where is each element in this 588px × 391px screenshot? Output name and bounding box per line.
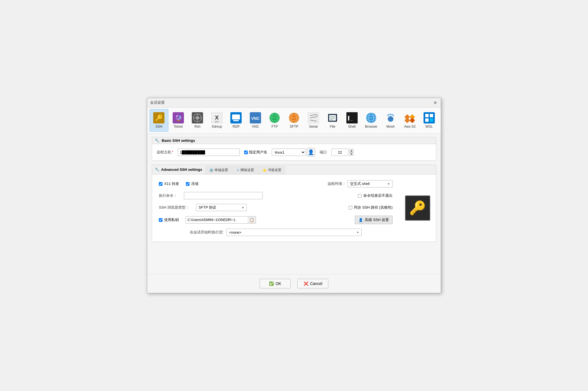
cancel-button[interactable]: ❌ Cancel	[297, 279, 328, 288]
no-exit-label: 命令结束后不退出	[363, 193, 393, 198]
x11-check[interactable]	[159, 182, 162, 186]
x11-checkbox-label[interactable]: X11 转发	[159, 181, 179, 186]
cancel-label: Cancel	[310, 281, 322, 286]
ssh-icon: 🔑	[153, 112, 164, 123]
protocol-browser[interactable]: Browser	[362, 109, 381, 132]
x11-label: X11 转发	[164, 181, 179, 186]
xdmcp-icon: X dmc	[211, 112, 222, 123]
vnc-label: VNC	[252, 125, 259, 129]
mosh-icon	[385, 112, 396, 123]
avatar-button[interactable]: 👤	[307, 148, 315, 156]
spin-arrows: ▲ ▼	[349, 149, 353, 156]
sync-path-checkbox-label[interactable]: 同步 SSH 路径 (实验性)	[349, 205, 393, 210]
key-path-input[interactable]	[186, 216, 248, 224]
macro-value: <none>	[229, 230, 241, 235]
key-image: 🔑	[405, 195, 430, 221]
svg-text:🔮: 🔮	[174, 114, 182, 122]
protocol-mosh[interactable]: Mosh	[381, 109, 400, 132]
svg-text:🔑: 🔑	[155, 114, 163, 122]
advanced-section-title-wrap: 🔧 Advanced SSH settings	[152, 166, 205, 173]
protocol-vnc[interactable]: VNC VNC	[246, 109, 265, 132]
browser-type-label: SSH 浏览器类型：	[159, 205, 189, 210]
no-exit-check[interactable]	[358, 194, 362, 198]
protocol-awss3[interactable]: Aws S3	[400, 109, 419, 132]
host-label: 远程主机*	[157, 150, 173, 155]
no-exit-checkbox-label[interactable]: 命令结束后不退出	[358, 193, 393, 198]
rsh-label: Rsh	[195, 125, 201, 129]
network-tab-label: 网络设置	[240, 168, 254, 173]
remote-env-dropdown[interactable]: 交互式 shell ▼	[348, 180, 393, 187]
ssh-label: SSH	[155, 125, 162, 129]
sftp-label: SFTP	[290, 125, 299, 129]
port-input[interactable]	[331, 149, 348, 156]
svg-rect-47	[404, 118, 410, 123]
browser-type-value: SFTP 协议	[199, 205, 216, 210]
advanced-wrench-icon: 🔧	[155, 167, 159, 172]
svg-rect-50	[425, 114, 429, 117]
sync-path-check[interactable]	[349, 206, 352, 209]
main-content: 🔧 Basic SSH settings 远程主机* 指定用户名 linux1 …	[147, 134, 441, 274]
telnet-label: Telnet	[174, 125, 183, 129]
shell-icon: ▌_	[346, 112, 358, 123]
adv-row-3: SSH 浏览器类型： SFTP 协议 ▼ 同步 SSH 路径 (实验性)	[159, 204, 393, 211]
sftp-icon	[288, 112, 300, 123]
exec-cmd-input[interactable]	[184, 192, 263, 199]
protocol-rdp[interactable]: RDP	[227, 109, 246, 132]
basic-wrench-icon: 🔧	[155, 138, 159, 143]
macro-row: 在会话开始时执行宏: <none> ▼	[159, 229, 393, 236]
remote-env-value: 交互式 shell	[350, 181, 369, 186]
vnc-icon: VNC	[250, 112, 261, 123]
protocol-file[interactable]: File	[323, 109, 342, 132]
serial-label: Serial	[309, 125, 318, 129]
username-combo[interactable]: linux1	[272, 149, 306, 156]
browser-type-arrow: ▼	[241, 206, 244, 209]
use-key-checkbox-label[interactable]: 使用私钥	[159, 217, 179, 222]
tab-bookmark[interactable]: ⭐ 书签设置	[258, 166, 286, 174]
key-file-row: 📋	[186, 216, 256, 224]
adv-ssh-button[interactable]: 👤 高级 SSH 设置	[355, 216, 393, 224]
browser-label: Browser	[365, 125, 377, 129]
use-username-checkbox[interactable]: 指定用户名	[244, 150, 267, 155]
adv-ssh-icon: 👤	[358, 218, 363, 222]
file-label: File	[330, 125, 335, 129]
port-spin: ▲ ▼	[331, 149, 353, 156]
macro-arrow: ▼	[356, 231, 359, 234]
tab-terminal[interactable]: ⚙️ 终端设置	[205, 166, 232, 174]
ok-button[interactable]: ✅ OK	[260, 279, 291, 288]
protocol-serial[interactable]: Serial	[304, 109, 323, 132]
protocol-rsh[interactable]: Rsh	[188, 109, 207, 132]
tab-network[interactable]: ✦ 网络设置	[232, 166, 258, 174]
protocol-shell[interactable]: ▌_ Shell	[342, 109, 361, 132]
protocol-telnet[interactable]: 🔮 Telnet	[169, 109, 188, 132]
compress-check[interactable]	[186, 182, 190, 186]
svg-text:dmc: dmc	[215, 120, 219, 123]
key-image-wrap: 🔑	[399, 174, 436, 242]
use-username-check[interactable]	[244, 151, 248, 154]
shell-label: Shell	[348, 125, 356, 129]
sync-path-label: 同步 SSH 路径 (实验性)	[354, 205, 393, 210]
advanced-section-title: Advanced SSH settings	[161, 167, 202, 172]
protocol-ftp[interactable]: FTP	[265, 109, 284, 132]
svg-text:X: X	[215, 114, 219, 121]
protocol-xdmcp[interactable]: X dmc Xdmcp	[208, 109, 226, 132]
adv-row-2: 执行命令： 命令结束后不退出	[159, 192, 393, 199]
browser-icon	[366, 112, 377, 123]
host-input[interactable]	[178, 149, 240, 156]
adv-ssh-label: 高级 SSH 设置	[365, 217, 389, 222]
svg-rect-48	[409, 118, 415, 123]
protocol-ssh[interactable]: 🔑 SSH	[150, 109, 168, 132]
spin-up[interactable]: ▲	[349, 149, 353, 152]
protocol-sftp[interactable]: SFTP	[285, 109, 304, 132]
key-browse-button[interactable]: 📋	[248, 216, 256, 224]
svg-text:VNC: VNC	[251, 116, 260, 121]
browser-type-dropdown[interactable]: SFTP 协议 ▼	[196, 204, 247, 211]
key-image-icon: 🔑	[409, 200, 426, 216]
spin-down[interactable]: ▼	[349, 152, 353, 156]
close-button[interactable]: ✕	[432, 100, 438, 105]
compress-checkbox-label[interactable]: 压缩	[186, 181, 199, 186]
use-key-check[interactable]	[159, 218, 162, 222]
xdmcp-label: Xdmcp	[211, 125, 222, 129]
macro-dropdown[interactable]: <none> ▼	[226, 229, 362, 236]
protocol-wsl[interactable]: WSL	[420, 109, 438, 132]
bookmark-tab-icon: ⭐	[262, 168, 267, 172]
